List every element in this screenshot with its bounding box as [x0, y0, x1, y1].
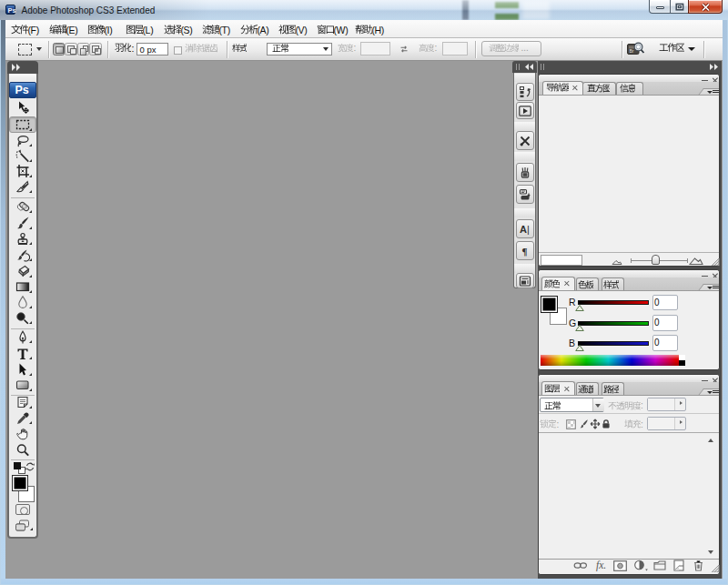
- svg-text:Br: Br: [630, 48, 634, 54]
